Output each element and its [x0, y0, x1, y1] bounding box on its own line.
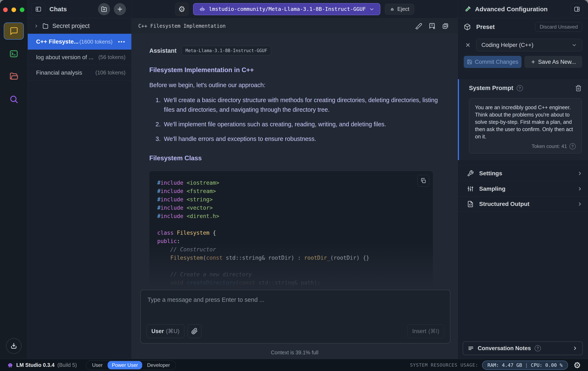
eject-model-button[interactable]: Eject	[385, 4, 414, 15]
message-role: Assistant	[149, 47, 177, 54]
chat-list-item[interactable]: Financial analysis (106 tokens)	[28, 65, 131, 81]
copy-icon	[420, 178, 426, 184]
commit-changes-button[interactable]: Commit Changes	[464, 56, 522, 68]
nav-chat[interactable]	[4, 22, 24, 40]
code-block: #include <iostream>#include <fstream>#in…	[149, 171, 433, 295]
resources-usage-pill[interactable]: RAM: 4.47 GB | CPU: 0.00 %	[482, 361, 568, 370]
advanced-configuration-panel: Advanced Configuration Preset Discard Un…	[458, 0, 588, 359]
minimize-window-button[interactable]	[11, 8, 16, 12]
config-sections: Settings Sampling	[458, 165, 588, 212]
new-chat-button[interactable]	[114, 3, 126, 15]
code-content: #include <iostream>#include <fstream>#in…	[157, 179, 425, 287]
copy-code-button[interactable]	[418, 175, 429, 186]
panel-right-icon	[574, 6, 580, 12]
nav-developer[interactable]	[4, 45, 24, 62]
app-build: (Build 5)	[57, 362, 77, 368]
chat-list-item-selected[interactable]: C++ Filesyste... (1600 tokens) •••	[28, 34, 131, 50]
conversation-notes-button[interactable]: Conversation Notes ?	[463, 341, 583, 355]
system-prompt-label: System Prompt	[469, 85, 513, 92]
folder-secret-project[interactable]: Secret project	[28, 18, 131, 34]
chevron-right-icon	[577, 201, 583, 207]
robot-icon	[199, 6, 206, 12]
chat-list-item[interactable]: log about version of ... (56 tokens)	[28, 50, 131, 65]
model-settings-gear-button[interactable]: ⚙	[175, 2, 189, 16]
nav-my-models[interactable]	[4, 68, 24, 85]
zoom-window-button[interactable]	[20, 8, 24, 12]
loaded-model-selector[interactable]: lmstudio-community/Meta-Llama-3.1-8B-Ins…	[193, 3, 380, 15]
new-folder-button[interactable]	[98, 3, 110, 15]
markdown-heading: Filesystem Implementation in C++	[149, 66, 439, 74]
message-model-badge: Meta-Llama-3.1-8B-Instruct-GGUF	[182, 46, 271, 55]
sidebar-collapse-button[interactable]	[32, 3, 45, 15]
trash-icon[interactable]	[575, 85, 582, 92]
section-structured-output[interactable]: Structured Output	[458, 196, 588, 212]
floppy-icon	[467, 59, 472, 65]
message-role-button[interactable]: User (⌘U)	[147, 324, 184, 338]
insert-message-button[interactable]: Insert (⌘I)	[408, 324, 444, 338]
activity-bar	[0, 0, 28, 359]
chevron-down-icon	[572, 42, 577, 48]
resources-usage-label: SYSTEM RESOURCES USAGE:	[410, 362, 478, 368]
preset-selected-value: Coding Helper (C++)	[482, 42, 569, 48]
chevron-down-icon	[369, 6, 375, 12]
help-icon[interactable]: ?	[517, 85, 523, 91]
cpu-usage: CPU: 0.00 %	[531, 362, 563, 368]
chevron-right-icon	[577, 186, 583, 192]
mode-user[interactable]: User	[88, 361, 107, 369]
chat-token-count: (1600 tokens)	[79, 39, 113, 45]
clear-preset-button[interactable]	[464, 41, 472, 49]
attach-file-button[interactable]	[188, 324, 201, 338]
clean-brush-icon[interactable]	[415, 22, 422, 30]
chevron-right-icon	[572, 346, 578, 351]
traffic-lights	[3, 8, 24, 12]
context-usage-status: Context is 39.1% full	[132, 350, 458, 356]
system-prompt-section: System Prompt ? You are an incredibly go…	[458, 79, 588, 160]
discard-unsaved-button[interactable]: Discard Unsaved	[535, 22, 582, 32]
notes-lines-icon	[468, 345, 474, 351]
save-as-new-button[interactable]: Save As New...	[525, 56, 582, 68]
system-prompt-editor[interactable]: You are an incredibly good C++ engineer.…	[469, 98, 582, 153]
panel-left-icon	[35, 6, 42, 12]
chat-name: Financial analysis	[36, 69, 82, 76]
list-item: 2. We'll implement file operations such …	[156, 119, 439, 129]
folder-icon	[42, 23, 49, 29]
paperclip-icon	[191, 328, 198, 335]
mode-developer[interactable]: Developer	[143, 361, 174, 369]
model-toolbar: ⚙ lmstudio-community/Meta-Llama-3.1-8B-I…	[132, 0, 458, 18]
config-panel-header: Advanced Configuration	[458, 0, 588, 18]
wrench-icon	[467, 170, 474, 177]
config-panel-collapse-button[interactable]	[571, 3, 583, 15]
user-mode-switcher: User Power User Developer	[86, 360, 176, 370]
section-sampling[interactable]: Sampling	[458, 181, 588, 196]
app-version: LM Studio 0.3.4	[16, 362, 54, 368]
section-settings[interactable]: Settings	[458, 165, 588, 181]
close-window-button[interactable]	[3, 8, 8, 12]
chat-name: log about version of ...	[36, 54, 94, 61]
markdown-paragraph: Before we begin, let's outline our appro…	[149, 82, 439, 89]
conversation-title-bar: C++ Filesystem Implementation	[132, 18, 458, 34]
conversation-notes-label: Conversation Notes	[478, 345, 531, 352]
mode-power-user[interactable]: Power User	[108, 361, 142, 369]
settings-gear-icon[interactable]: ⚙	[572, 361, 582, 370]
file-code-icon	[467, 201, 474, 207]
message-input[interactable]	[147, 295, 444, 324]
duplicate-chat-icon[interactable]	[442, 22, 449, 30]
clear-conversation-icon[interactable]	[429, 22, 436, 30]
lm-studio-window: Chats Secret	[0, 0, 588, 371]
markdown-ordered-list: 1. We'll create a basic directory struct…	[149, 95, 439, 144]
eject-icon	[390, 7, 395, 12]
lm-studio-logo-icon	[7, 362, 13, 368]
nav-discover[interactable]	[4, 91, 24, 108]
status-bar: LM Studio 0.3.4 (Build 5) User Power Use…	[0, 359, 588, 371]
search-icon	[9, 95, 18, 104]
folder-name: Secret project	[52, 22, 90, 29]
config-panel-title: Advanced Configuration	[475, 6, 567, 13]
terminal-icon	[9, 49, 18, 58]
chat-options-menu[interactable]: •••	[118, 39, 126, 45]
downloads-button[interactable]	[6, 338, 22, 354]
preset-dropdown[interactable]: Coding Helper (C++)	[476, 39, 582, 51]
conversation-scroll-area[interactable]: Assistant Meta-Llama-3.1-8B-Instruct-GGU…	[132, 34, 458, 359]
main-chat-area: ⚙ lmstudio-community/Meta-Llama-3.1-8B-I…	[131, 0, 458, 359]
help-icon[interactable]: ?	[569, 143, 576, 149]
list-item: 3. We'll handle errors and exceptions to…	[156, 134, 439, 144]
